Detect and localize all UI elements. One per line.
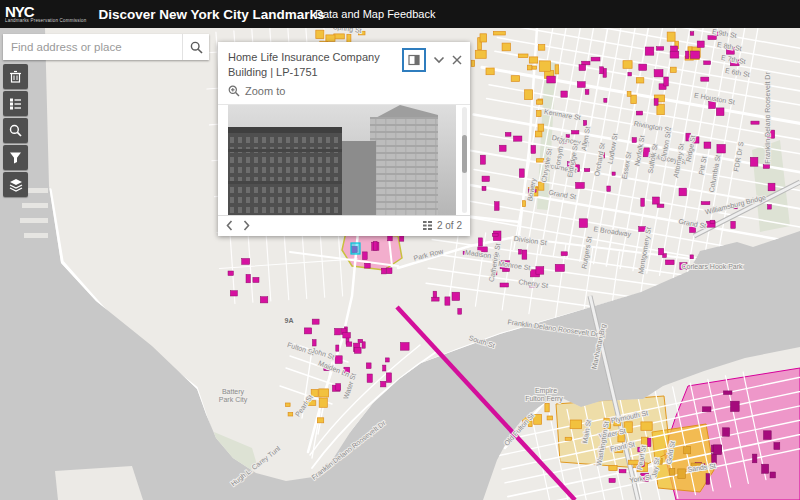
search-button[interactable] [182,34,209,60]
landmark-footprint[interactable] [627,92,631,97]
landmark-footprint[interactable] [762,464,769,473]
landmark-footprint[interactable] [612,172,615,175]
filter-button[interactable] [3,145,28,170]
landmark-footprint[interactable] [684,447,691,454]
landmark-footprint[interactable] [654,99,658,106]
legend-button[interactable] [3,91,28,116]
landmark-footprint[interactable] [609,465,617,470]
landmark-footprint[interactable] [701,77,709,81]
landmark-footprint[interactable] [641,198,645,206]
landmark-footprint[interactable] [774,443,780,450]
landmark-footprint[interactable] [665,260,674,265]
close-button[interactable] [452,55,462,65]
selected-feature-highlight[interactable] [351,243,360,254]
landmark-footprint[interactable] [763,165,769,169]
landmark-footprint[interactable] [286,403,291,407]
landmark-footprint[interactable] [288,413,293,416]
landmark-footprint[interactable] [623,61,632,69]
landmark-footprint[interactable] [708,36,716,40]
landmark-footprint[interactable] [657,47,664,51]
landmark-footprint[interactable] [538,124,544,131]
dock-button[interactable] [402,48,426,72]
landmark-footprint[interactable] [385,358,389,362]
landmark-footprint[interactable] [653,197,660,204]
landmark-footprint[interactable] [511,76,519,82]
landmark-footprint[interactable] [678,469,686,479]
landmark-footprint[interactable] [316,30,324,38]
landmark-footprint[interactable] [523,201,526,207]
landmark-footprint[interactable] [242,259,250,265]
landmark-footprint[interactable] [499,145,506,151]
landmark-footprint[interactable] [311,390,318,397]
landmark-footprint[interactable] [478,238,482,246]
landmark-footprint[interactable] [577,82,585,88]
landmark-footprint[interactable] [752,454,757,463]
landmark-footprint[interactable] [731,401,740,411]
landmark-footprint[interactable] [343,333,351,339]
landmark-footprint[interactable] [354,348,361,354]
landmark-footprint[interactable] [367,374,372,382]
landmark-footprint[interactable] [648,438,651,447]
landmark-footprint[interactable] [654,70,663,77]
landmark-footprint[interactable] [714,445,722,455]
landmark-footprint[interactable] [445,297,450,305]
landmark-footprint[interactable] [531,145,536,153]
landmark-footprint[interactable] [312,340,316,346]
landmark-footprint[interactable] [519,249,522,254]
landmark-footprint[interactable] [555,264,564,271]
landmark-footprint[interactable] [537,110,542,116]
landmark-footprint[interactable] [536,267,544,275]
landmark-footprint[interactable] [387,268,393,274]
landmark-footprint[interactable] [723,428,730,437]
landmark-footprint[interactable] [685,51,689,58]
landmark-footprint[interactable] [607,186,611,191]
landmark-footprint[interactable] [304,328,311,334]
landmark-footprint[interactable] [670,67,676,72]
landmark-footprint[interactable] [518,54,528,58]
landmark-footprint[interactable] [505,132,511,136]
landmark-footprint[interactable] [400,343,409,351]
landmark-footprint[interactable] [346,342,352,346]
zoom-to-link[interactable]: Zoom to [218,82,470,104]
landmark-footprint[interactable] [363,252,368,260]
landmark-footprint[interactable] [641,422,652,430]
landmark-footprint[interactable] [670,469,675,476]
layers-button[interactable] [3,172,28,197]
landmark-footprint[interactable] [670,51,679,58]
search-tool-button[interactable] [3,118,28,143]
landmark-footprint[interactable] [561,91,567,97]
landmark-footprint[interactable] [691,51,700,59]
landmark-footprint[interactable] [770,472,776,478]
landmark-footprint[interactable] [639,64,647,70]
landmark-footprint[interactable] [358,339,363,342]
landmark-footprint[interactable] [495,202,500,211]
landmark-footprint[interactable] [480,155,485,164]
landmark-footprint[interactable] [452,292,460,300]
landmark-footprint[interactable] [571,131,579,135]
landmark-footprint[interactable] [751,121,759,124]
landmark-footprint[interactable] [585,90,589,95]
landmark-footprint[interactable] [502,43,510,51]
landmark-footprint[interactable] [583,120,586,125]
landmark-footprint[interactable] [336,345,339,351]
landmark-footprint[interactable] [482,186,486,190]
landmark-footprint[interactable] [383,365,386,371]
landmark-footprint[interactable] [579,219,587,228]
landmark-footprint[interactable] [628,72,632,76]
landmark-footprint[interactable] [537,159,544,162]
landmark-footprint[interactable] [591,57,600,61]
landmark-footprint[interactable] [717,144,726,153]
landmark-footprint[interactable] [534,414,542,424]
landmark-footprint[interactable] [493,32,505,36]
landmark-footprint[interactable] [768,183,775,191]
nyc-logo[interactable]: NYC Landmarks Preservation Commission [5,4,86,24]
landmark-footprint[interactable] [475,50,486,58]
landmark-footprint[interactable] [326,35,335,42]
landmark-footprint[interactable] [690,32,694,36]
landmark-footprint[interactable] [710,220,715,223]
landmark-footprint[interactable] [570,420,582,429]
popup-scrollbar[interactable] [462,107,467,213]
landmark-footprint[interactable] [657,104,664,115]
landmark-footprint[interactable] [764,431,772,440]
landmark-footprint[interactable] [527,65,531,70]
